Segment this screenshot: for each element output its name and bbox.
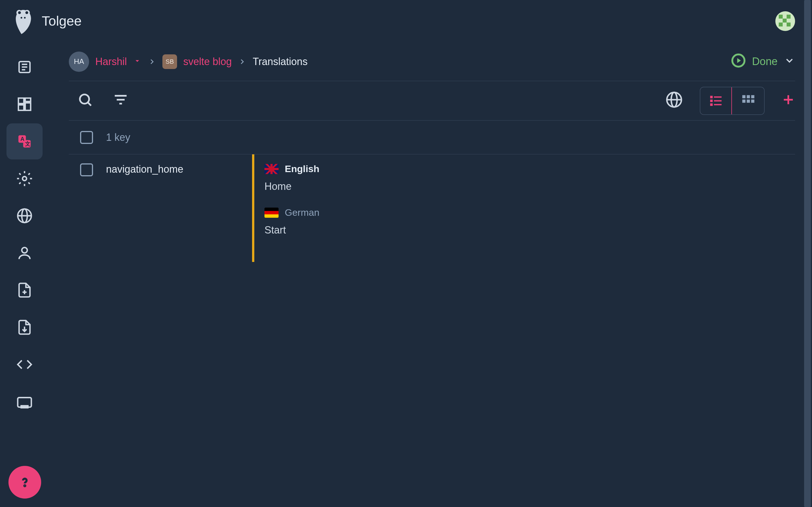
scrollbar-track[interactable] <box>803 0 812 507</box>
svg-rect-43 <box>714 104 721 105</box>
chevron-right-icon <box>238 57 246 66</box>
select-all-checkbox[interactable] <box>80 131 93 144</box>
flag-uk-icon <box>264 164 278 174</box>
svg-text:文: 文 <box>25 141 31 147</box>
flag-de-icon <box>264 208 278 218</box>
sidebar-item-developer[interactable] <box>6 346 43 383</box>
user-avatar[interactable] <box>775 11 795 31</box>
svg-rect-42 <box>710 103 713 106</box>
brand-name: Tolgee <box>42 13 82 29</box>
caret-down-icon[interactable] <box>133 56 142 68</box>
sidebar-item-settings[interactable] <box>6 161 43 196</box>
svg-rect-40 <box>710 100 713 102</box>
svg-rect-46 <box>751 95 754 98</box>
globe-icon[interactable] <box>665 91 683 110</box>
sidebar: A文 <box>0 42 49 507</box>
filter-icon[interactable] <box>113 92 129 110</box>
svg-point-5 <box>24 17 26 18</box>
sidebar-item-export[interactable] <box>6 309 43 345</box>
topbar: Tolgee <box>0 0 812 42</box>
breadcrumb-project-badge[interactable]: SB <box>162 54 177 69</box>
count-row: 1 key <box>69 121 795 154</box>
status-group[interactable]: Done <box>731 53 795 70</box>
language-name: German <box>285 207 319 218</box>
chevron-down-icon[interactable] <box>784 55 795 68</box>
breadcrumb-project[interactable]: svelte blog <box>183 56 232 68</box>
brand[interactable]: Tolgee <box>12 7 82 35</box>
breadcrumb-user-avatar[interactable]: HA <box>69 52 89 72</box>
svg-line-31 <box>88 102 91 106</box>
translation-cell[interactable]: English Home <box>264 163 795 192</box>
svg-rect-41 <box>714 100 721 101</box>
list-view-button[interactable] <box>700 87 732 115</box>
svg-text:A: A <box>20 136 24 142</box>
play-circle-icon <box>731 53 746 70</box>
svg-rect-44 <box>742 95 746 98</box>
sidebar-item-languages[interactable] <box>6 198 43 234</box>
svg-point-52 <box>24 485 25 486</box>
svg-rect-45 <box>747 95 750 98</box>
sidebar-item-dashboard[interactable] <box>6 86 43 122</box>
status-label: Done <box>752 55 777 68</box>
logo-icon <box>12 7 35 35</box>
main: HA Harshil SB svelte blog Translations D… <box>49 42 812 507</box>
add-button[interactable] <box>781 93 795 108</box>
svg-rect-48 <box>747 100 750 103</box>
svg-rect-49 <box>751 100 754 103</box>
table-row[interactable]: navigation_home English Home German Star… <box>69 154 795 262</box>
svg-rect-38 <box>710 96 713 98</box>
key-name[interactable]: navigation_home <box>106 163 183 175</box>
sidebar-item-translations[interactable]: A文 <box>6 123 43 159</box>
breadcrumb-user[interactable]: Harshil <box>95 56 127 68</box>
svg-rect-47 <box>742 100 746 103</box>
svg-rect-11 <box>25 98 31 101</box>
translation-cells: English Home German Start <box>252 154 795 262</box>
svg-point-3 <box>26 11 28 14</box>
svg-marker-29 <box>737 58 741 63</box>
toolbar <box>69 81 795 121</box>
breadcrumb-current: Translations <box>253 56 308 68</box>
svg-point-18 <box>22 177 27 181</box>
translation-value[interactable]: Home <box>264 180 795 192</box>
language-name: English <box>285 163 319 174</box>
sidebar-item-projects[interactable] <box>6 49 43 85</box>
svg-rect-13 <box>18 105 24 110</box>
translation-cell[interactable]: German Start <box>264 207 795 236</box>
chevron-right-icon <box>148 57 156 66</box>
help-button[interactable] <box>8 466 41 499</box>
view-toggle <box>700 87 765 115</box>
svg-rect-39 <box>714 96 721 98</box>
grid-view-button[interactable] <box>732 87 764 114</box>
svg-point-22 <box>22 247 27 253</box>
svg-point-30 <box>80 94 89 104</box>
sidebar-item-integrations[interactable] <box>6 384 43 420</box>
svg-rect-10 <box>18 98 24 103</box>
svg-point-2 <box>18 11 21 14</box>
search-icon[interactable] <box>77 92 93 110</box>
svg-point-4 <box>20 17 22 18</box>
scrollbar-thumb[interactable] <box>804 0 811 507</box>
sidebar-item-import[interactable] <box>6 272 43 308</box>
sidebar-item-members[interactable] <box>6 235 43 271</box>
row-checkbox[interactable] <box>80 163 93 176</box>
key-count: 1 key <box>106 131 130 144</box>
breadcrumb: HA Harshil SB svelte blog Translations <box>69 52 308 72</box>
svg-rect-12 <box>25 103 31 110</box>
translation-value[interactable]: Start <box>264 224 795 236</box>
